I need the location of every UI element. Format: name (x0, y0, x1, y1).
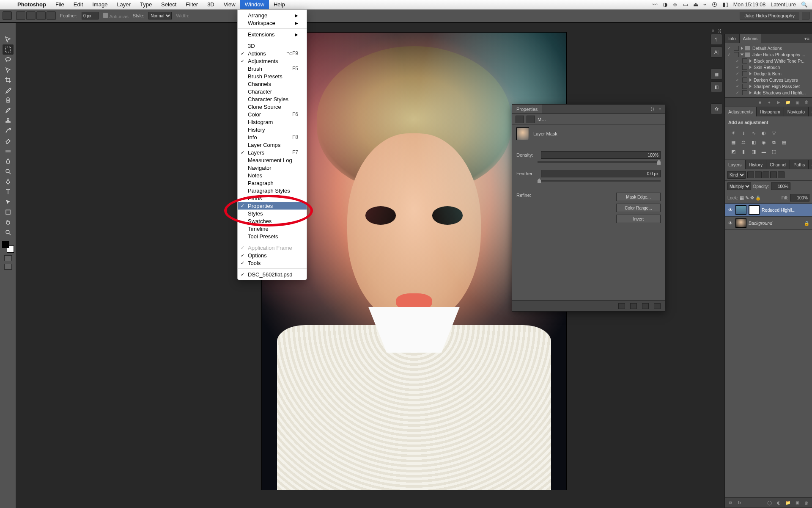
lock-position-icon[interactable]: ✥ (750, 195, 754, 201)
play-icon[interactable]: ▶ (776, 100, 782, 105)
menu-item-paragraph-styles[interactable]: Paragraph Styles (238, 187, 307, 194)
menu-item-navigator[interactable]: Navigator (238, 164, 307, 171)
marquee-tool[interactable] (3, 44, 14, 55)
wifi-icon[interactable]: 〰 (652, 2, 658, 8)
layer-filter-kind[interactable]: Kind (727, 171, 746, 179)
quick-select-tool[interactable] (3, 65, 14, 75)
shape-tool[interactable] (3, 207, 14, 217)
apply-mask-icon[interactable] (630, 303, 637, 309)
username[interactable]: LatentLure (771, 2, 796, 8)
menu-item-channels[interactable]: Channels (238, 80, 307, 88)
density-input[interactable] (541, 151, 661, 159)
menu-help[interactable]: Help (269, 0, 290, 9)
properties-panel[interactable]: Properties ⟩⟩≡ M… Layer Mask Density: Fe… (512, 104, 665, 312)
menu-file[interactable]: File (51, 0, 69, 9)
record-icon[interactable]: ● (766, 100, 772, 105)
adj-colorbalance-icon[interactable]: ⚖ (739, 138, 748, 146)
clock[interactable]: Mon 15:19:08 (733, 2, 765, 8)
healing-tool[interactable] (3, 95, 14, 105)
adjustments-tab[interactable]: Adjustments (725, 107, 757, 116)
lock-pixels-icon[interactable]: ✎ (745, 195, 749, 201)
channels-tab[interactable]: Channel (766, 160, 790, 169)
crop-tool[interactable] (3, 75, 14, 85)
layer-row[interactable]: 👁Background🔒 (725, 217, 812, 230)
actions-tab[interactable]: Actions (740, 34, 761, 43)
menu-item-character[interactable]: Character (238, 88, 307, 95)
density-slider[interactable] (538, 161, 661, 163)
mask-mode-pixel[interactable] (516, 116, 524, 123)
menu-item-extensions[interactable]: Extensions▶ (238, 30, 307, 38)
menu-item-layers[interactable]: ✓LayersF7 (238, 149, 307, 156)
sync-icon[interactable]: ◑ (663, 1, 667, 8)
add-pixel-mask-icon[interactable] (644, 130, 651, 137)
menu-view[interactable]: View (219, 0, 240, 9)
panel-collapse-icon[interactable]: ⟩⟩ (650, 107, 656, 112)
new-group-icon[interactable]: 📁 (785, 500, 791, 506)
menu-item-info[interactable]: InfoF8 (238, 133, 307, 141)
add-vector-mask-icon[interactable] (653, 130, 661, 137)
type-tool[interactable] (3, 187, 14, 197)
menu-select[interactable]: Select (156, 0, 181, 9)
menu-item-paths[interactable]: Paths (238, 194, 307, 202)
menu-item-3d[interactable]: 3D (238, 42, 307, 50)
panel-menu-icon[interactable]: ≡ (657, 107, 663, 112)
battery-icon[interactable]: ▮▯ (722, 1, 728, 8)
hand-tool[interactable] (3, 217, 14, 227)
menu-item-paragraph[interactable]: Paragraph (238, 179, 307, 187)
move-tool[interactable] (3, 34, 14, 44)
properties-tab[interactable]: Properties (512, 105, 542, 113)
dock-paragraph-icon[interactable]: A| (710, 47, 722, 58)
menu-window[interactable]: Window (240, 0, 269, 9)
link-layers-icon[interactable]: ⧉ (727, 500, 733, 506)
selection-add[interactable] (26, 11, 36, 20)
selection-intersect[interactable] (47, 11, 56, 20)
action-item[interactable]: ✓Add Shadows and Highli... (725, 89, 812, 96)
menu-item-timeline[interactable]: Timeline (238, 225, 307, 232)
layer-row[interactable]: 👁Reduced Highli... (725, 204, 812, 217)
eyedropper-tool[interactable] (3, 85, 14, 95)
menu-app[interactable]: Photoshop (13, 0, 51, 9)
visibility-icon[interactable]: 👁 (727, 207, 733, 213)
load-selection-icon[interactable] (618, 303, 625, 309)
fill-input[interactable] (790, 194, 809, 202)
menu-layer[interactable]: Layer (112, 0, 135, 9)
fg-bg-colors[interactable] (2, 241, 14, 253)
menu-item-options[interactable]: ✓Options (238, 251, 307, 259)
adj-threshold-icon[interactable]: ◨ (749, 148, 758, 155)
info-tab[interactable]: Info (725, 34, 740, 43)
adj-vibrance-icon[interactable]: ▽ (770, 129, 778, 137)
menu-item-swatches[interactable]: Swatches (238, 217, 307, 225)
menu-item-arrange[interactable]: Arrange▶ (238, 11, 307, 19)
delete-mask-icon[interactable] (654, 303, 661, 309)
menu-item-clone-source[interactable]: Clone Source (238, 103, 307, 110)
adj-hue-icon[interactable]: ▦ (729, 138, 738, 146)
menu-item-styles[interactable]: Styles (238, 210, 307, 217)
navigator-tab[interactable]: Navigato (784, 107, 809, 116)
action-item[interactable]: ✓Darken Curves Layers (725, 77, 812, 83)
airport-icon[interactable]: ⦿ (712, 2, 717, 8)
menu-3d[interactable]: 3D (203, 0, 219, 9)
menu-item-tool-presets[interactable]: Tool Presets (238, 232, 307, 240)
adj-bw-icon[interactable]: ◧ (749, 138, 758, 146)
history-brush-tool[interactable] (3, 126, 14, 136)
new-action-icon[interactable]: ▣ (794, 100, 800, 105)
dock-character-icon[interactable]: ¶ (710, 34, 722, 45)
delete-layer-icon[interactable]: 🗑 (804, 500, 809, 506)
adj-exposure-icon[interactable]: ◐ (760, 129, 768, 137)
adj-curves-icon[interactable]: ∿ (749, 129, 758, 137)
workspace-more[interactable] (802, 12, 809, 19)
selection-new[interactable] (16, 11, 25, 20)
action-set[interactable]: ✓Default Actions (725, 45, 812, 51)
dock-collapse-icon[interactable]: ⟩⟩ (717, 28, 722, 33)
layers-panel-menu[interactable]: ≡ (809, 162, 812, 167)
trash-icon[interactable]: 🗑 (804, 100, 809, 105)
pen-tool[interactable] (3, 177, 14, 187)
menu-item-character-styles[interactable]: Character Styles (238, 95, 307, 103)
history-tab[interactable]: History (746, 160, 767, 169)
feather-slider[interactable] (538, 180, 661, 182)
screenmode-toggle[interactable] (4, 264, 12, 270)
layers-tab[interactable]: Layers (725, 160, 746, 169)
actions-panel-menu[interactable]: ▾≡ (802, 36, 812, 41)
visibility-icon[interactable]: 👁 (727, 221, 733, 226)
filter-smart-icon[interactable] (778, 171, 785, 178)
